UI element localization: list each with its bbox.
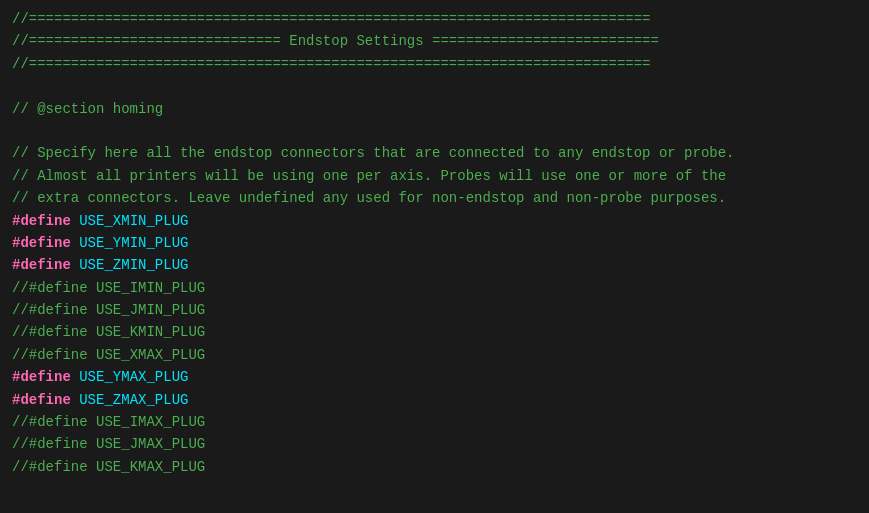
identifier-inactive: USE_IMIN_PLUG [96,280,205,296]
comment-text: // Specify here all the endstop connecto… [12,145,735,161]
identifier-inactive: USE_JMIN_PLUG [96,302,205,318]
identifier: USE_YMIN_PLUG [79,235,188,251]
code-editor: //======================================… [0,0,869,513]
keyword-define-inactive: //#define [12,347,88,363]
code-line: //============================== Endstop… [12,30,857,52]
keyword-define-inactive: //#define [12,414,88,430]
keyword-define: #define [12,235,71,251]
comment-text: //======================================… [12,56,651,72]
identifier-inactive: USE_XMAX_PLUG [96,347,205,363]
code-line: //#define USE_KMIN_PLUG [12,321,857,343]
keyword-define: #define [12,369,71,385]
code-line [12,120,857,142]
identifier: USE_ZMIN_PLUG [79,257,188,273]
code-line: //#define USE_IMAX_PLUG [12,411,857,433]
code-line: // Specify here all the endstop connecto… [12,142,857,164]
keyword-define-inactive: //#define [12,459,88,475]
comment-text: // @section homing [12,101,163,117]
code-line: #define USE_XMIN_PLUG [12,210,857,232]
identifier: USE_ZMAX_PLUG [79,392,188,408]
code-line: //======================================… [12,8,857,30]
comment-text: // extra connectors. Leave undefined any… [12,190,726,206]
identifier-inactive: USE_IMAX_PLUG [96,414,205,430]
keyword-define-inactive: //#define [12,436,88,452]
code-line: //#define USE_IMIN_PLUG [12,277,857,299]
identifier: USE_XMIN_PLUG [79,213,188,229]
code-line: #define USE_YMIN_PLUG [12,232,857,254]
keyword-define-inactive: //#define [12,324,88,340]
code-line: // @section homing [12,98,857,120]
code-line: #define USE_YMAX_PLUG [12,366,857,388]
keyword-define: #define [12,257,71,273]
code-line: // extra connectors. Leave undefined any… [12,187,857,209]
code-line: #define USE_ZMAX_PLUG [12,389,857,411]
code-line: //#define USE_JMAX_PLUG [12,433,857,455]
comment-text: //======================================… [12,11,651,27]
comment-text: //============================== Endstop… [12,33,659,49]
code-line: //#define USE_XMAX_PLUG [12,344,857,366]
keyword-define-inactive: //#define [12,302,88,318]
code-line: #define USE_ZMIN_PLUG [12,254,857,276]
code-line: // Almost all printers will be using one… [12,165,857,187]
identifier-inactive: USE_KMIN_PLUG [96,324,205,340]
code-line: //#define USE_KMAX_PLUG [12,456,857,478]
identifier: USE_YMAX_PLUG [79,369,188,385]
identifier-inactive: USE_KMAX_PLUG [96,459,205,475]
keyword-define: #define [12,213,71,229]
code-line: //======================================… [12,53,857,75]
code-line: //#define USE_JMIN_PLUG [12,299,857,321]
comment-text: // Almost all printers will be using one… [12,168,726,184]
code-line [12,75,857,97]
keyword-define: #define [12,392,71,408]
keyword-define-inactive: //#define [12,280,88,296]
identifier-inactive: USE_JMAX_PLUG [96,436,205,452]
